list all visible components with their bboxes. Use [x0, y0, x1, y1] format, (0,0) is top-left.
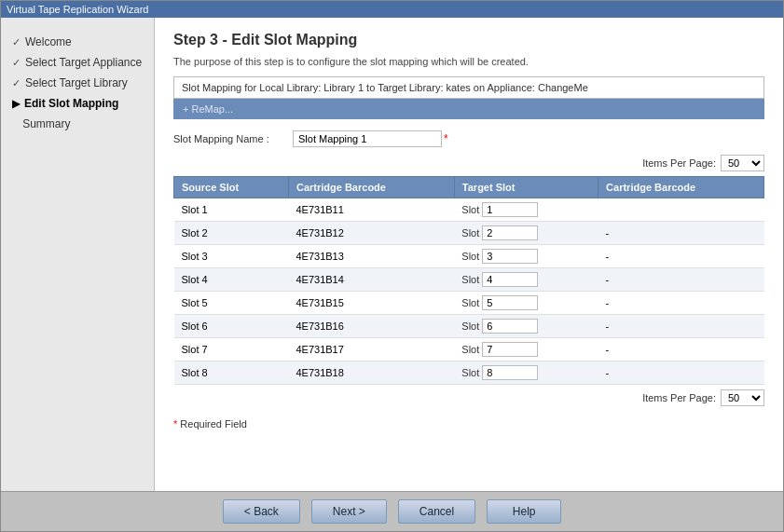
required-field-note: * Required Field	[173, 418, 764, 430]
target-slot-input[interactable]	[482, 225, 538, 240]
target-slot-input[interactable]	[482, 249, 538, 264]
target-slot-input[interactable]	[482, 295, 538, 310]
col-target-slot: Target Slot	[454, 177, 598, 198]
col-source-barcode: Cartridge Barcode	[288, 177, 454, 198]
slot-prefix: Slot	[461, 251, 482, 262]
table-row: Slot 2 4E731B12 Slot -	[174, 222, 764, 245]
table-row: Slot 6 4E731B16 Slot -	[174, 315, 764, 338]
slot-prefix: Slot	[461, 274, 482, 285]
wizard-window: Virtual Tape Replication Wizard ✓Welcome…	[0, 0, 784, 532]
items-per-page-bottom: Items Per Page: 50 10 25 100	[173, 389, 764, 406]
slot-mapping-name-row: Slot Mapping Name : *	[173, 130, 764, 147]
slot-prefix: Slot	[461, 227, 482, 239]
step-title: Step 3 - Edit Slot Mapping	[173, 32, 764, 48]
target-slot-input[interactable]	[482, 342, 538, 357]
window-title: Virtual Tape Replication Wizard	[7, 4, 148, 15]
sidebar-item-label: Summary	[22, 117, 70, 130]
target-barcode-cell: -	[598, 361, 764, 385]
next-button[interactable]: Next >	[311, 499, 387, 524]
sidebar-item-edit-slot-mapping[interactable]: ▶Edit Slot Mapping	[10, 93, 144, 114]
target-slot-cell: Slot	[454, 222, 598, 245]
table-row: Slot 1 4E731B11 Slot	[174, 198, 764, 222]
target-slot-cell: Slot	[454, 198, 598, 222]
slot-prefix: Slot	[461, 367, 482, 378]
target-slot-input[interactable]	[482, 202, 538, 217]
source-slot-cell: Slot 8	[174, 361, 289, 385]
target-slot-cell: Slot	[454, 361, 598, 385]
remap-button[interactable]: + ReMap...	[173, 99, 764, 119]
source-slot-cell: Slot 4	[174, 268, 289, 292]
slot-prefix: Slot	[461, 297, 482, 308]
source-barcode-cell: 4E731B18	[288, 361, 454, 385]
target-barcode-cell: -	[598, 245, 764, 268]
sidebar-item-select-target-appliance[interactable]: ✓Select Target Appliance	[10, 52, 144, 73]
source-barcode-cell: 4E731B14	[288, 268, 454, 292]
arrow-icon: ▶	[12, 98, 20, 110]
required-field-text: Required Field	[180, 418, 247, 430]
target-slot-cell: Slot	[454, 268, 598, 292]
source-barcode-cell: 4E731B12	[288, 222, 454, 245]
help-button[interactable]: Help	[487, 499, 561, 524]
slot-prefix: Slot	[461, 344, 482, 355]
slot-prefix: Slot	[461, 321, 482, 332]
target-slot-input[interactable]	[482, 272, 538, 287]
source-barcode-cell: 4E731B11	[288, 198, 454, 222]
target-barcode-cell: -	[598, 292, 764, 315]
sidebar: ✓Welcome✓Select Target Appliance✓Select …	[1, 18, 155, 491]
check-icon: ✓	[12, 77, 21, 89]
required-star-note: *	[173, 418, 177, 430]
source-slot-cell: Slot 3	[174, 245, 289, 268]
target-slot-cell: Slot	[454, 338, 598, 361]
table-row: Slot 4 4E731B14 Slot -	[174, 268, 764, 292]
target-slot-input[interactable]	[482, 365, 538, 380]
back-button[interactable]: < Back	[223, 499, 300, 524]
content-area: ✓Welcome✓Select Target Appliance✓Select …	[1, 18, 783, 491]
items-per-page-top-select[interactable]: 50 10 25 100	[721, 155, 764, 171]
sidebar-item-label: Welcome	[25, 35, 72, 48]
source-barcode-cell: 4E731B16	[288, 315, 454, 338]
main-panel: Step 3 - Edit Slot Mapping The purpose o…	[155, 18, 783, 491]
table-row: Slot 8 4E731B18 Slot -	[174, 361, 764, 385]
items-per-page-top-label: Items Per Page:	[642, 157, 716, 169]
source-slot-cell: Slot 7	[174, 338, 289, 361]
sidebar-item-label: Select Target Library	[25, 76, 128, 89]
items-per-page-top: Items Per Page: 50 10 25 100	[173, 155, 764, 171]
slot-mapping-table: Source Slot Cartridge Barcode Target Slo…	[173, 176, 764, 385]
table-row: Slot 5 4E731B15 Slot -	[174, 292, 764, 315]
table-header-row: Source Slot Cartridge Barcode Target Slo…	[174, 177, 764, 198]
slot-mapping-name-input[interactable]	[293, 130, 442, 147]
slot-prefix: Slot	[461, 204, 482, 215]
sidebar-item-select-target-library[interactable]: ✓Select Target Library	[10, 73, 144, 93]
bottom-bar: < Back Next > Cancel Help	[1, 491, 783, 531]
source-barcode-cell: 4E731B13	[288, 245, 454, 268]
source-barcode-cell: 4E731B15	[288, 292, 454, 315]
target-slot-cell: Slot	[454, 315, 598, 338]
slot-mapping-name-label: Slot Mapping Name :	[173, 133, 285, 144]
target-slot-input[interactable]	[482, 319, 538, 334]
col-target-barcode: Cartridge Barcode	[598, 177, 764, 198]
target-barcode-cell: -	[598, 222, 764, 245]
source-slot-cell: Slot 1	[174, 198, 289, 222]
sidebar-item-label: Edit Slot Mapping	[24, 97, 118, 110]
sidebar-item-welcome[interactable]: ✓Welcome	[10, 32, 144, 52]
cancel-button[interactable]: Cancel	[398, 499, 475, 524]
table-row: Slot 7 4E731B17 Slot -	[174, 338, 764, 361]
source-barcode-cell: 4E731B17	[288, 338, 454, 361]
col-source-slot: Source Slot	[174, 177, 289, 198]
title-bar: Virtual Tape Replication Wizard	[1, 1, 783, 18]
items-per-page-bottom-label: Items Per Page:	[642, 392, 716, 403]
sidebar-item-summary[interactable]: Summary	[10, 114, 144, 134]
sidebar-item-label: Select Target Appliance	[25, 56, 142, 69]
target-slot-cell: Slot	[454, 292, 598, 315]
info-bar: Slot Mapping for Local Library: Library …	[173, 76, 764, 99]
target-barcode-cell: -	[598, 338, 764, 361]
items-per-page-bottom-select[interactable]: 50 10 25 100	[721, 389, 764, 406]
source-slot-cell: Slot 2	[174, 222, 289, 245]
target-barcode-cell	[598, 198, 764, 222]
target-barcode-cell: -	[598, 315, 764, 338]
target-slot-cell: Slot	[454, 245, 598, 268]
no-icon	[12, 118, 18, 130]
step-desc: The purpose of this step is to configure…	[173, 56, 764, 67]
table-row: Slot 3 4E731B13 Slot -	[174, 245, 764, 268]
check-icon: ✓	[12, 57, 21, 69]
